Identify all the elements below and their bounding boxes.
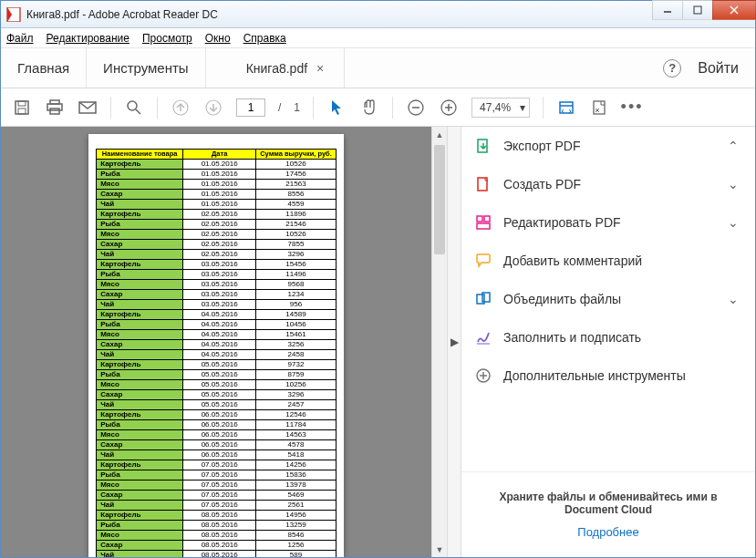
app-icon xyxy=(6,7,21,22)
rpanel-combine[interactable]: Объединить файлы ⌄ xyxy=(461,280,755,318)
chevron-down-icon: ⌄ xyxy=(728,177,739,191)
table-header: Сумма выручки, руб. xyxy=(256,150,337,160)
page-view-icon[interactable] xyxy=(589,98,609,118)
table-cell: Рыба xyxy=(97,169,183,179)
search-icon[interactable] xyxy=(124,98,144,118)
edit-pdf-icon xyxy=(474,213,492,232)
table-header: Наименование товара xyxy=(97,150,183,160)
table-cell: 21546 xyxy=(256,219,337,229)
toolbar: / 1 47,4%▾ ••• xyxy=(1,88,755,127)
minimize-button[interactable] xyxy=(652,0,683,20)
table-cell: 05.05.2016 xyxy=(183,359,256,369)
signin-button[interactable]: Войти xyxy=(698,60,739,77)
print-icon[interactable] xyxy=(45,98,65,118)
table-cell: 589 xyxy=(256,550,337,557)
table-header: Дата xyxy=(183,150,256,160)
zoom-out-icon[interactable] xyxy=(406,98,426,118)
tab-home[interactable]: Главная xyxy=(1,48,87,88)
combine-icon xyxy=(474,290,492,308)
table-cell: 07.05.2016 xyxy=(183,500,256,510)
table-cell: Мясо xyxy=(97,179,183,189)
table-row: Чай06.05.20165418 xyxy=(97,450,337,460)
rpanel-edit-pdf[interactable]: Редактировать PDF ⌄ xyxy=(461,203,755,242)
menu-file[interactable]: Файл xyxy=(6,32,34,45)
table-row: Чай05.05.20162457 xyxy=(97,399,337,409)
select-tool-icon[interactable] xyxy=(326,98,347,118)
table-cell: 07.05.2016 xyxy=(183,460,256,470)
table-cell: 5469 xyxy=(256,490,337,500)
close-button[interactable] xyxy=(712,0,756,20)
help-button[interactable]: ? xyxy=(663,59,681,78)
table-row: Чай01.05.20164559 xyxy=(97,199,337,209)
document-viewport[interactable]: Наименование товараДатаСумма выручки, ру… xyxy=(1,127,431,557)
table-row: Мясо06.05.201614563 xyxy=(97,429,337,439)
table-cell: 05.05.2016 xyxy=(183,399,256,409)
table-cell: 1256 xyxy=(256,540,337,550)
panel-collapse-button[interactable]: ▶ xyxy=(447,127,461,557)
promo-link[interactable]: Подробнее xyxy=(483,525,733,539)
more-tools-icon[interactable]: ••• xyxy=(622,98,642,118)
table-row: Мясо02.05.201610526 xyxy=(97,229,337,239)
table-cell: Сахар xyxy=(97,540,183,550)
menu-window[interactable]: Окно xyxy=(205,32,231,45)
scroll-thumb[interactable] xyxy=(434,145,445,254)
table-cell: 08.05.2016 xyxy=(183,550,256,557)
data-table: Наименование товараДатаСумма выручки, ру… xyxy=(96,149,337,557)
table-row: Рыба02.05.201621546 xyxy=(97,219,337,229)
table-cell: 3256 xyxy=(256,339,337,349)
next-page-icon[interactable] xyxy=(203,98,223,118)
maximize-button[interactable] xyxy=(682,0,713,20)
menu-help[interactable]: Справка xyxy=(243,32,286,45)
promo-line2: Document Cloud xyxy=(564,503,652,516)
window-title: Книга8.pdf - Adobe Acrobat Reader DC xyxy=(26,8,652,21)
table-cell: Картофель xyxy=(97,209,183,219)
prev-page-icon[interactable] xyxy=(171,98,191,118)
table-cell: Чай xyxy=(97,349,183,359)
table-row: Сахар05.05.20163296 xyxy=(97,389,337,399)
fit-width-icon[interactable] xyxy=(556,98,576,118)
tab-document[interactable]: Книга8.pdf × xyxy=(233,48,346,88)
table-cell: Чай xyxy=(97,500,183,510)
table-row: Сахар04.05.20163256 xyxy=(97,339,337,349)
rpanel-comment[interactable]: Добавить комментарий xyxy=(461,242,755,280)
scroll-up-arrow[interactable]: ▲ xyxy=(432,127,447,142)
table-cell: Рыба xyxy=(97,470,183,480)
menu-view[interactable]: Просмотр xyxy=(142,32,192,45)
scroll-down-arrow[interactable]: ▼ xyxy=(432,542,447,557)
tab-close-icon[interactable]: × xyxy=(316,61,324,76)
menu-edit[interactable]: Редактирование xyxy=(47,32,129,45)
email-icon[interactable] xyxy=(78,98,98,118)
table-row: Сахар08.05.20161256 xyxy=(97,540,337,550)
rpanel-export-pdf[interactable]: Экспорт PDF ⌃ xyxy=(461,127,755,165)
table-cell: Сахар xyxy=(97,389,183,399)
svg-rect-28 xyxy=(484,216,490,222)
table-row: Картофель06.05.201612546 xyxy=(97,409,337,419)
rpanel-comment-label: Добавить комментарий xyxy=(503,253,642,268)
table-row: Картофель02.05.201611896 xyxy=(97,209,337,219)
save-icon[interactable] xyxy=(12,98,32,118)
table-cell: 1234 xyxy=(256,289,337,299)
page-input[interactable] xyxy=(236,98,265,117)
zoom-select[interactable]: 47,4%▾ xyxy=(471,98,530,118)
table-row: Сахар02.05.20167855 xyxy=(97,239,337,249)
svg-rect-29 xyxy=(477,223,490,229)
rpanel-create-pdf-label: Создать PDF xyxy=(503,177,581,191)
chevron-down-icon: ⌄ xyxy=(728,292,739,306)
zoom-in-icon[interactable] xyxy=(439,98,459,118)
rpanel-more-tools[interactable]: Дополнительные инструменты xyxy=(461,356,755,395)
table-cell: 07.05.2016 xyxy=(183,470,256,480)
promo-box: Храните файлы и обменивайтесь ими в Docu… xyxy=(461,471,755,557)
vertical-scrollbar[interactable]: ▲ ▼ xyxy=(431,127,447,557)
promo-line1: Храните файлы и обменивайтесь ими в xyxy=(499,491,717,503)
table-cell: Сахар xyxy=(97,239,183,249)
table-cell: 13259 xyxy=(256,520,337,530)
tab-tools[interactable]: Инструменты xyxy=(87,48,206,88)
rpanel-fill-sign[interactable]: Заполнить и подписать xyxy=(461,318,755,356)
table-cell: 4578 xyxy=(256,439,337,450)
table-cell: Мясо xyxy=(97,429,183,439)
rpanel-create-pdf[interactable]: Создать PDF ⌄ xyxy=(461,165,755,203)
table-cell: Сахар xyxy=(97,439,183,450)
hand-tool-icon[interactable] xyxy=(359,98,379,118)
table-row: Сахар03.05.20161234 xyxy=(97,289,337,299)
table-cell: 06.05.2016 xyxy=(183,419,256,429)
